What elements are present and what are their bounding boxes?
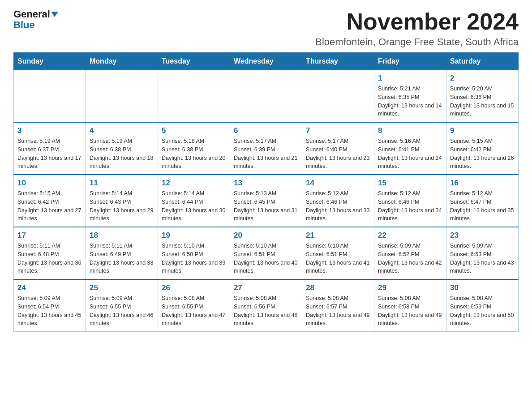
day-number: 18 (90, 231, 154, 240)
calendar-cell: 30Sunrise: 5:08 AM Sunset: 6:59 PM Dayli… (446, 279, 519, 332)
calendar-cell: 12Sunrise: 5:14 AM Sunset: 6:44 PM Dayli… (158, 175, 230, 227)
calendar-cell: 23Sunrise: 5:09 AM Sunset: 6:53 PM Dayli… (446, 227, 519, 279)
calendar-cell: 14Sunrise: 5:12 AM Sunset: 6:46 PM Dayli… (302, 175, 374, 227)
calendar-week-2: 3Sunrise: 5:19 AM Sunset: 6:37 PM Daylig… (14, 122, 519, 175)
day-info: Sunrise: 5:19 AM Sunset: 6:37 PM Dayligh… (17, 137, 82, 171)
day-info: Sunrise: 5:09 AM Sunset: 6:52 PM Dayligh… (378, 242, 442, 275)
day-info: Sunrise: 5:15 AM Sunset: 6:42 PM Dayligh… (17, 189, 82, 223)
day-number: 13 (234, 179, 298, 188)
day-number: 26 (162, 283, 226, 292)
calendar-cell: 25Sunrise: 5:09 AM Sunset: 6:55 PM Dayli… (86, 279, 158, 332)
day-number: 7 (306, 126, 370, 135)
calendar-cell: 3Sunrise: 5:19 AM Sunset: 6:37 PM Daylig… (14, 122, 86, 175)
day-info: Sunrise: 5:12 AM Sunset: 6:47 PM Dayligh… (450, 189, 515, 223)
calendar-cell: 15Sunrise: 5:12 AM Sunset: 6:46 PM Dayli… (374, 175, 446, 227)
day-number: 17 (17, 231, 82, 240)
day-number: 27 (234, 283, 298, 292)
day-info: Sunrise: 5:10 AM Sunset: 6:51 PM Dayligh… (306, 242, 370, 275)
day-number: 4 (90, 126, 154, 135)
day-number: 23 (450, 231, 515, 240)
day-number: 8 (378, 126, 442, 135)
calendar-header-friday: Friday (374, 53, 446, 70)
day-info: Sunrise: 5:18 AM Sunset: 6:38 PM Dayligh… (162, 137, 226, 171)
calendar-cell: 1Sunrise: 5:21 AM Sunset: 6:35 PM Daylig… (374, 70, 446, 123)
day-info: Sunrise: 5:15 AM Sunset: 6:42 PM Dayligh… (450, 137, 515, 171)
calendar-cell (302, 70, 374, 123)
day-info: Sunrise: 5:11 AM Sunset: 6:49 PM Dayligh… (90, 242, 154, 275)
day-info: Sunrise: 5:08 AM Sunset: 6:58 PM Dayligh… (378, 294, 442, 328)
page-header: General Blue November 2024 Bloemfontein,… (13, 9, 519, 48)
calendar-header-thursday: Thursday (302, 53, 374, 70)
calendar-cell: 17Sunrise: 5:11 AM Sunset: 6:48 PM Dayli… (14, 227, 86, 279)
calendar-header-row: SundayMondayTuesdayWednesdayThursdayFrid… (14, 53, 519, 70)
day-number: 1 (378, 74, 442, 83)
calendar-cell: 11Sunrise: 5:14 AM Sunset: 6:43 PM Dayli… (86, 175, 158, 227)
calendar-week-4: 17Sunrise: 5:11 AM Sunset: 6:48 PM Dayli… (14, 227, 519, 279)
logo: General Blue (13, 9, 58, 30)
calendar-week-5: 24Sunrise: 5:09 AM Sunset: 6:54 PM Dayli… (14, 279, 519, 332)
day-info: Sunrise: 5:09 AM Sunset: 6:55 PM Dayligh… (90, 294, 154, 328)
logo-general-text: General (13, 9, 50, 20)
calendar-cell: 19Sunrise: 5:10 AM Sunset: 6:50 PM Dayli… (158, 227, 230, 279)
day-number: 2 (450, 74, 515, 83)
calendar-cell: 26Sunrise: 5:08 AM Sunset: 6:55 PM Dayli… (158, 279, 230, 332)
day-info: Sunrise: 5:13 AM Sunset: 6:45 PM Dayligh… (234, 189, 298, 223)
calendar-cell: 9Sunrise: 5:15 AM Sunset: 6:42 PM Daylig… (446, 122, 519, 175)
calendar-cell: 22Sunrise: 5:09 AM Sunset: 6:52 PM Dayli… (374, 227, 446, 279)
calendar-header-tuesday: Tuesday (158, 53, 230, 70)
day-info: Sunrise: 5:12 AM Sunset: 6:46 PM Dayligh… (306, 189, 370, 223)
calendar-cell: 16Sunrise: 5:12 AM Sunset: 6:47 PM Dayli… (446, 175, 519, 227)
calendar-cell (14, 70, 86, 123)
day-info: Sunrise: 5:12 AM Sunset: 6:46 PM Dayligh… (378, 189, 442, 223)
calendar-cell (158, 70, 230, 123)
calendar-cell: 7Sunrise: 5:17 AM Sunset: 6:40 PM Daylig… (302, 122, 374, 175)
day-info: Sunrise: 5:09 AM Sunset: 6:53 PM Dayligh… (450, 242, 515, 275)
calendar-cell (86, 70, 158, 123)
day-number: 22 (378, 231, 442, 240)
calendar-cell: 21Sunrise: 5:10 AM Sunset: 6:51 PM Dayli… (302, 227, 374, 279)
title-block: November 2024 Bloemfontein, Orange Free … (315, 9, 519, 48)
day-info: Sunrise: 5:08 AM Sunset: 6:57 PM Dayligh… (306, 294, 370, 328)
day-info: Sunrise: 5:17 AM Sunset: 6:39 PM Dayligh… (234, 137, 298, 171)
calendar-week-1: 1Sunrise: 5:21 AM Sunset: 6:35 PM Daylig… (14, 70, 519, 123)
day-info: Sunrise: 5:10 AM Sunset: 6:50 PM Dayligh… (162, 242, 226, 275)
day-info: Sunrise: 5:16 AM Sunset: 6:41 PM Dayligh… (378, 137, 442, 171)
day-number: 25 (90, 283, 154, 292)
day-number: 14 (306, 179, 370, 188)
day-info: Sunrise: 5:14 AM Sunset: 6:44 PM Dayligh… (162, 189, 226, 223)
calendar-cell: 5Sunrise: 5:18 AM Sunset: 6:38 PM Daylig… (158, 122, 230, 175)
day-info: Sunrise: 5:19 AM Sunset: 6:38 PM Dayligh… (90, 137, 154, 171)
day-number: 30 (450, 283, 515, 292)
day-info: Sunrise: 5:14 AM Sunset: 6:43 PM Dayligh… (90, 189, 154, 223)
calendar-cell: 2Sunrise: 5:20 AM Sunset: 6:36 PM Daylig… (446, 70, 519, 123)
calendar-cell: 10Sunrise: 5:15 AM Sunset: 6:42 PM Dayli… (14, 175, 86, 227)
day-info: Sunrise: 5:10 AM Sunset: 6:51 PM Dayligh… (234, 242, 298, 275)
calendar-header-sunday: Sunday (14, 53, 86, 70)
day-info: Sunrise: 5:21 AM Sunset: 6:35 PM Dayligh… (378, 85, 442, 118)
calendar-cell: 18Sunrise: 5:11 AM Sunset: 6:49 PM Dayli… (86, 227, 158, 279)
logo-triangle-icon (51, 12, 58, 17)
day-info: Sunrise: 5:20 AM Sunset: 6:36 PM Dayligh… (450, 85, 515, 118)
calendar-cell: 8Sunrise: 5:16 AM Sunset: 6:41 PM Daylig… (374, 122, 446, 175)
calendar-cell: 6Sunrise: 5:17 AM Sunset: 6:39 PM Daylig… (230, 122, 302, 175)
calendar-cell: 29Sunrise: 5:08 AM Sunset: 6:58 PM Dayli… (374, 279, 446, 332)
logo-blue-text: Blue (13, 19, 35, 30)
day-info: Sunrise: 5:08 AM Sunset: 6:55 PM Dayligh… (162, 294, 226, 328)
day-number: 19 (162, 231, 226, 240)
calendar-cell: 13Sunrise: 5:13 AM Sunset: 6:45 PM Dayli… (230, 175, 302, 227)
calendar-cell: 24Sunrise: 5:09 AM Sunset: 6:54 PM Dayli… (14, 279, 86, 332)
day-number: 5 (162, 126, 226, 135)
calendar-cell: 27Sunrise: 5:08 AM Sunset: 6:56 PM Dayli… (230, 279, 302, 332)
calendar-week-3: 10Sunrise: 5:15 AM Sunset: 6:42 PM Dayli… (14, 175, 519, 227)
day-number: 9 (450, 126, 515, 135)
day-number: 24 (17, 283, 82, 292)
calendar-cell: 28Sunrise: 5:08 AM Sunset: 6:57 PM Dayli… (302, 279, 374, 332)
calendar-cell (230, 70, 302, 123)
day-number: 10 (17, 179, 82, 188)
calendar-cell: 20Sunrise: 5:10 AM Sunset: 6:51 PM Dayli… (230, 227, 302, 279)
day-info: Sunrise: 5:11 AM Sunset: 6:48 PM Dayligh… (17, 242, 82, 275)
day-number: 15 (378, 179, 442, 188)
day-number: 11 (90, 179, 154, 188)
day-number: 3 (17, 126, 82, 135)
day-info: Sunrise: 5:17 AM Sunset: 6:40 PM Dayligh… (306, 137, 370, 171)
